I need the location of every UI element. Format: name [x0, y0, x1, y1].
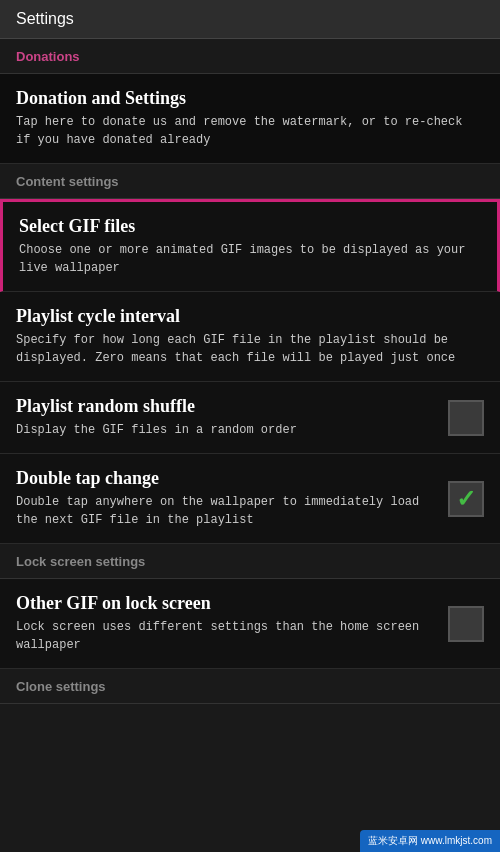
select-gif-content: Select GIF files Choose one or more anim…: [19, 216, 481, 277]
donation-settings-title: Donation and Settings: [16, 88, 474, 109]
select-gif-title: Select GIF files: [19, 216, 471, 237]
playlist-cycle-interval-content: Playlist cycle interval Specify for how …: [16, 306, 484, 367]
double-tap-change-content: Double tap change Double tap anywhere on…: [16, 468, 448, 529]
title-bar: Settings: [0, 0, 500, 39]
content-settings-section-label: Content settings: [16, 174, 119, 189]
checkmark-icon: ✓: [456, 485, 476, 513]
lock-screen-settings-section-header: Lock screen settings: [0, 544, 500, 579]
donation-settings-item[interactable]: Donation and Settings Tap here to donate…: [0, 74, 500, 164]
lock-screen-settings-section-label: Lock screen settings: [16, 554, 145, 569]
donations-section-header: Donations: [0, 39, 500, 74]
playlist-random-shuffle-desc: Display the GIF files in a random order: [16, 421, 438, 439]
other-gif-lock-screen-title: Other GIF on lock screen: [16, 593, 438, 614]
other-gif-lock-screen-desc: Lock screen uses different settings than…: [16, 618, 438, 654]
clone-settings-section-header: Clone settings: [0, 669, 500, 704]
double-tap-change-checkbox[interactable]: ✓: [448, 481, 484, 517]
playlist-random-shuffle-item[interactable]: Playlist random shuffle Display the GIF …: [0, 382, 500, 454]
playlist-random-shuffle-checkbox[interactable]: [448, 400, 484, 436]
playlist-cycle-interval-title: Playlist cycle interval: [16, 306, 474, 327]
watermark: 蓝米安卓网 www.lmkjst.com: [360, 830, 500, 852]
other-gif-lock-screen-checkbox[interactable]: [448, 606, 484, 642]
donation-settings-desc: Tap here to donate us and remove the wat…: [16, 113, 474, 149]
other-gif-lock-screen-item[interactable]: Other GIF on lock screen Lock screen use…: [0, 579, 500, 669]
donations-section-label: Donations: [16, 49, 80, 64]
double-tap-change-item[interactable]: Double tap change Double tap anywhere on…: [0, 454, 500, 544]
playlist-random-shuffle-title: Playlist random shuffle: [16, 396, 438, 417]
clone-settings-section-label: Clone settings: [16, 679, 106, 694]
playlist-random-shuffle-content: Playlist random shuffle Display the GIF …: [16, 396, 448, 439]
playlist-cycle-interval-item[interactable]: Playlist cycle interval Specify for how …: [0, 292, 500, 382]
select-gif-desc: Choose one or more animated GIF images t…: [19, 241, 471, 277]
double-tap-change-title: Double tap change: [16, 468, 438, 489]
title-bar-title: Settings: [16, 10, 74, 27]
donation-settings-content: Donation and Settings Tap here to donate…: [16, 88, 484, 149]
playlist-cycle-interval-desc: Specify for how long each GIF file in th…: [16, 331, 474, 367]
content-settings-section-header: Content settings: [0, 164, 500, 199]
select-gif-item[interactable]: Select GIF files Choose one or more anim…: [0, 199, 500, 292]
watermark-text: 蓝米安卓网 www.lmkjst.com: [368, 835, 492, 846]
other-gif-lock-screen-content: Other GIF on lock screen Lock screen use…: [16, 593, 448, 654]
double-tap-change-desc: Double tap anywhere on the wallpaper to …: [16, 493, 438, 529]
